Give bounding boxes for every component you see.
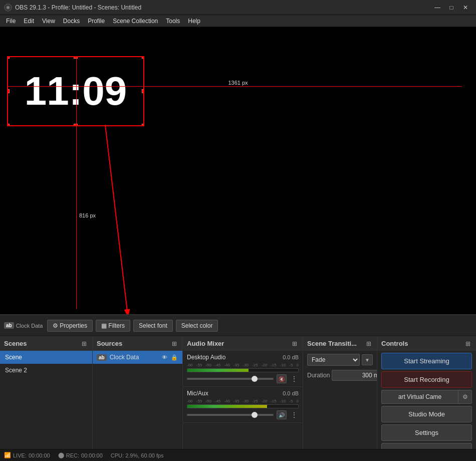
audio-channel-mic: Mic/Aux 0.0 dB -60-55-50-45-40-35-30-25-… — [183, 387, 303, 423]
audio-header-icons: ⊞ — [291, 340, 299, 348]
wifi-icon: 📶 — [4, 452, 11, 458]
clock-source-element[interactable]: 11:09 — [7, 56, 144, 126]
resize-handle-tr[interactable] — [142, 56, 144, 59]
obs-logo-icon — [4, 4, 12, 12]
filters-button[interactable]: ▦ Filters — [96, 320, 130, 332]
mic-volume-thumb[interactable] — [252, 412, 258, 418]
resize-handle-bl[interactable] — [7, 124, 10, 126]
properties-button[interactable]: ⚙ Properties — [47, 320, 93, 332]
sources-panel: Sources ⊞ ab Clock Data 👁 🔒 + 🗑 ⚙ ∧ ⋮ — [93, 337, 183, 461]
transitions-title: Scene Transiti... — [307, 340, 357, 347]
live-status: 📶 LIVE: 00:00:00 — [4, 452, 50, 458]
audio-channel-mic-header: Mic/Aux 0.0 dB — [187, 390, 299, 397]
source-item-clockdata[interactable]: ab Clock Data 👁 🔒 — [93, 351, 182, 364]
v-dimension-label: 816 px — [79, 212, 96, 218]
audio-title: Audio Mixer — [187, 340, 224, 347]
menu-profile[interactable]: Profile — [84, 16, 109, 27]
virtual-cam-button[interactable]: art Virtual Came — [381, 390, 458, 404]
desktop-volume-slider[interactable] — [187, 378, 274, 380]
controls-panel-header: Controls ⊞ — [377, 337, 476, 351]
title-bar-left: OBS 29.1.3 - Profile: Untitled - Scenes:… — [4, 4, 141, 12]
sources-expand-button[interactable]: ⊞ — [170, 340, 178, 348]
menu-tools[interactable]: Tools — [162, 16, 184, 27]
source-visibility-icon[interactable]: 👁 — [160, 353, 168, 361]
desktop-volume-thumb[interactable] — [252, 376, 258, 382]
scene-item-scene2[interactable]: Scene 2 — [0, 364, 92, 377]
transition-type-chevron[interactable]: ▼ — [362, 354, 373, 365]
audio-channel-desktop: Desktop Audio 0.0 dB -60-55-50-45-40-35-… — [183, 351, 303, 387]
mic-aux-label: Mic/Aux — [187, 390, 208, 397]
minimize-button[interactable]: — — [431, 2, 444, 13]
select-color-button[interactable]: Select color — [176, 320, 218, 332]
resize-handle-br[interactable] — [142, 124, 144, 126]
source-item-name: Clock Data — [110, 354, 139, 361]
close-button[interactable]: ✕ — [459, 2, 472, 13]
v-measurement-line — [76, 56, 77, 309]
select-font-button[interactable]: Select font — [133, 320, 173, 332]
rec-label: REC: — [66, 452, 79, 458]
desktop-mute-button[interactable]: 🔇 — [277, 374, 287, 383]
menu-file[interactable]: File — [2, 16, 20, 27]
transition-type-row: Fade ▼ — [303, 351, 377, 369]
source-identifier: ab Clock Data — [4, 322, 44, 329]
menu-edit[interactable]: Edit — [20, 16, 38, 27]
preview-area: 11:09 1361 px 816 px — [0, 27, 476, 315]
duration-input[interactable] — [332, 370, 377, 381]
scenes-expand-button[interactable]: ⊞ — [80, 340, 88, 348]
source-lock-icon[interactable]: 🔒 — [170, 353, 178, 361]
title-bar-controls: — □ ✕ — [431, 2, 472, 13]
audio-mixer-panel: Audio Mixer ⊞ Desktop Audio 0.0 dB -60-5… — [183, 337, 303, 461]
start-streaming-button[interactable]: Start Streaming — [381, 353, 472, 369]
audio-channels: Desktop Audio 0.0 dB -60-55-50-45-40-35-… — [183, 351, 303, 454]
resize-handle-mr[interactable] — [142, 89, 144, 93]
mic-meter-fill — [187, 405, 267, 408]
controls-title: Controls — [381, 340, 408, 347]
virtual-cam-row: art Virtual Came ⚙ — [381, 390, 472, 404]
controls-panel: Controls ⊞ Start Streaming Start Recordi… — [377, 337, 476, 461]
desktop-audio-menu-button[interactable]: ⋮ — [290, 375, 299, 383]
mic-mute-button[interactable]: 🔊 — [277, 410, 287, 419]
resize-handle-tl[interactable] — [7, 56, 10, 59]
studio-mode-button[interactable]: Studio Mode — [381, 406, 472, 422]
settings-button[interactable]: Settings — [381, 424, 472, 441]
transition-type-select[interactable]: Fade — [307, 354, 360, 366]
transitions-header-icons: ⊞ — [365, 340, 373, 348]
menu-help[interactable]: Help — [184, 16, 204, 27]
controls-expand-button[interactable]: ⊞ — [464, 340, 472, 348]
sources-panel-header: Sources ⊞ — [93, 337, 182, 351]
audio-panel-header: Audio Mixer ⊞ — [183, 337, 303, 351]
desktop-audio-label: Desktop Audio — [187, 354, 225, 361]
desktop-audio-controls: 🔇 ⋮ — [187, 374, 299, 383]
transitions-content: Fade ▼ Duration ⬆ — [303, 351, 377, 454]
scene-item-scene[interactable]: Scene — [0, 351, 92, 364]
transitions-panel: Scene Transiti... ⊞ Fade ▼ Duration ⬆ + … — [303, 337, 377, 461]
virtual-cam-settings-button[interactable]: ⚙ — [458, 390, 472, 404]
controls-header-icons: ⊞ — [464, 340, 472, 348]
start-recording-button[interactable]: Start Recording — [381, 371, 472, 388]
menu-view[interactable]: View — [38, 16, 59, 27]
mic-audio-controls: 🔊 ⋮ — [187, 410, 299, 419]
resize-handle-ml[interactable] — [7, 89, 10, 93]
menu-scene-collection[interactable]: Scene Collection — [109, 16, 162, 27]
rec-time: 00:00:00 — [81, 452, 103, 458]
status-bar: 📶 LIVE: 00:00:00 ⬤ REC: 00:00:00 CPU: 2.… — [0, 449, 476, 461]
mic-volume-slider[interactable] — [187, 414, 274, 416]
maximize-button[interactable]: □ — [445, 2, 458, 13]
svg-point-2 — [7, 7, 9, 9]
desktop-meter-labels: -60-55-50-45-40-35-30-25-20-15-10-50 — [187, 363, 299, 367]
live-time: 00:00:00 — [29, 452, 50, 458]
mic-audio-menu-button[interactable]: ⋮ — [290, 411, 299, 419]
transitions-panel-header: Scene Transiti... ⊞ — [303, 337, 377, 351]
scenes-panel: Scenes ⊞ Scene Scene 2 + 🗑 ⊞ ∧ ⋮ — [0, 337, 93, 461]
audio-expand-button[interactable]: ⊞ — [291, 340, 299, 348]
svg-line-4 — [105, 125, 128, 314]
title-text: OBS 29.1.3 - Profile: Untitled - Scenes:… — [15, 4, 141, 11]
desktop-audio-meter — [187, 368, 299, 372]
title-bar: OBS 29.1.3 - Profile: Untitled - Scenes:… — [0, 0, 476, 15]
sources-title: Sources — [97, 340, 122, 347]
menu-docks[interactable]: Docks — [59, 16, 84, 27]
transitions-expand-button[interactable]: ⊞ — [365, 340, 373, 348]
resize-handle-bc[interactable] — [74, 124, 78, 126]
resize-handle-tc[interactable] — [74, 56, 78, 59]
rec-status: ⬤ REC: 00:00:00 — [58, 452, 103, 458]
